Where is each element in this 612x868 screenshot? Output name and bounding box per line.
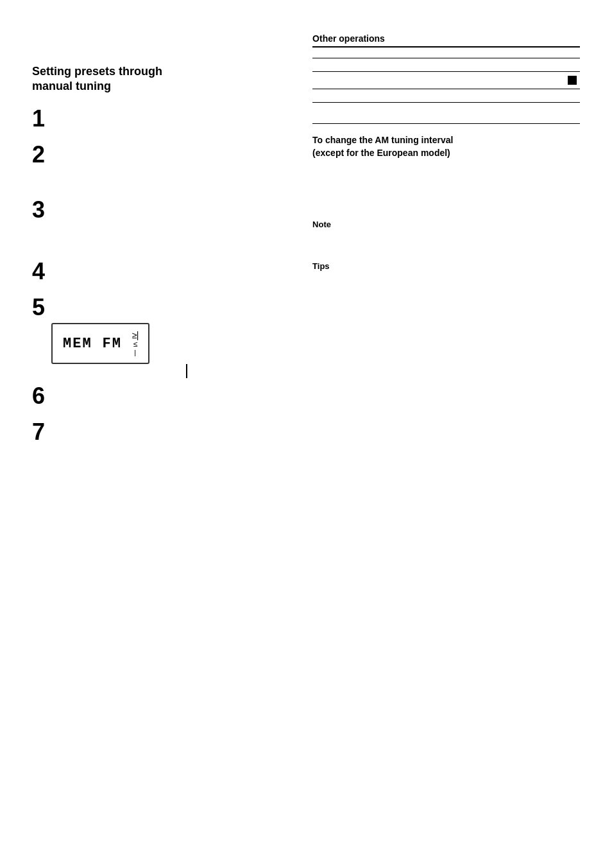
lcd-display-section: MEM FM ≥| ≤ | <box>51 323 287 379</box>
step-1-number: 1 <box>32 107 287 130</box>
lcd-display: MEM FM ≥| ≤ | <box>51 323 149 365</box>
lcd-mem-text: MEM <box>63 336 92 352</box>
spacer-1 <box>312 49 580 54</box>
lcd-fm-text: FM <box>103 336 122 352</box>
divider-4 <box>312 102 580 103</box>
section-heading: Setting presets through manual tuning <box>32 64 287 94</box>
step-3-number: 3 <box>32 198 287 221</box>
spacer-5 <box>312 162 580 213</box>
black-square-row <box>312 76 580 85</box>
right-column-header: Other operations <box>312 32 580 44</box>
tips-label: Tips <box>312 261 580 271</box>
divider-2 <box>312 71 580 72</box>
step-5-number: 5 <box>32 296 287 319</box>
spacer-4 <box>312 107 580 119</box>
lcd-pointer-line <box>186 364 187 378</box>
left-column: Setting presets through manual tuning 1 … <box>32 26 306 842</box>
divider-1 <box>312 58 580 58</box>
lcd-signal-icon: ≥| ≤ | <box>132 331 138 357</box>
step-2-number: 2 <box>32 143 287 166</box>
black-square-indicator <box>568 76 577 85</box>
divider-5 <box>312 123 580 124</box>
spacer-6 <box>312 232 580 251</box>
divider-3 <box>312 89 580 89</box>
step-6-number: 6 <box>32 385 287 408</box>
step-7-number: 7 <box>32 421 287 444</box>
note-label: Note <box>312 220 580 229</box>
thick-divider <box>312 46 580 48</box>
sub-heading: To change the AM tuning interval (except… <box>312 134 580 159</box>
step-4-number: 4 <box>32 260 287 283</box>
spacer-2 <box>312 62 580 67</box>
spacer-3 <box>312 93 580 98</box>
right-column: Other operations To change the AM tuning… <box>306 26 580 842</box>
